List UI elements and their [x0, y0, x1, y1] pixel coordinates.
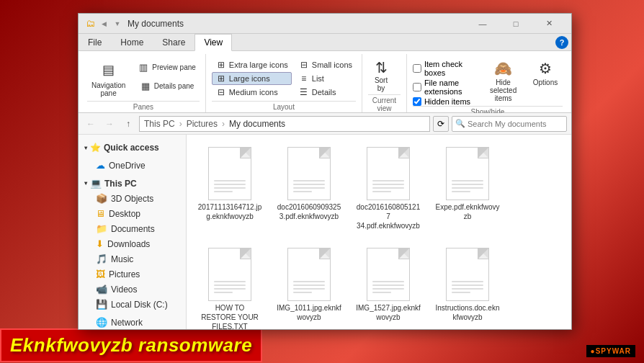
file-name-label: 20171113164712.jpg.eknkfwovyzb	[197, 202, 262, 221]
sidebar-item-documents[interactable]: 📁 Documents	[79, 221, 186, 236]
file-fold-icon	[478, 248, 488, 259]
tab-view[interactable]: View	[194, 34, 232, 51]
large-icons-option[interactable]: ⊞ Large icons	[212, 72, 292, 85]
sidebar-item-downloads[interactable]: ⬇ Downloads	[79, 236, 186, 251]
help-button[interactable]: ?	[555, 36, 568, 49]
file-name-extensions-option[interactable]: File name extensions	[413, 79, 475, 96]
back-button[interactable]: ←	[83, 116, 99, 132]
sidebar-item-videos[interactable]: 📹 Videos	[79, 282, 186, 297]
details-icon: ☰	[298, 87, 310, 97]
sidebar-item-music[interactable]: 🎵 Music	[79, 251, 186, 266]
navigation-pane-button[interactable]: ▤ Navigation pane	[87, 57, 130, 100]
details-option[interactable]: ☰ Details	[295, 86, 356, 99]
item-check-boxes-checkbox[interactable]	[413, 64, 421, 73]
maximize-button[interactable]: □	[499, 14, 532, 34]
file-line	[293, 284, 325, 286]
title-bar: 🗂 ◀ ▼ My documents — □ ✕	[79, 14, 571, 34]
file-item[interactable]: doc20161608051217 34.pdf.eknkfwovyzb	[352, 142, 424, 236]
music-label: Music	[111, 254, 133, 264]
file-item[interactable]: Instructions.doc.eknkfwovyzb	[431, 243, 504, 329]
file-item[interactable]: HOW TO RESTORE YOUR FILES.TXT	[194, 243, 266, 329]
search-input[interactable]	[468, 120, 563, 128]
minimize-button[interactable]: —	[466, 14, 499, 34]
details-pane-button[interactable]: ▦ Details pane	[133, 77, 200, 94]
file-line	[372, 184, 404, 185]
file-line	[214, 184, 246, 185]
file-line	[452, 180, 483, 182]
file-icon	[208, 248, 251, 301]
show-hide-options: Item check boxes File name extensions Hi…	[413, 57, 475, 106]
sidebar-item-pictures[interactable]: 🖼 Pictures	[79, 266, 186, 282]
file-icon	[208, 147, 251, 200]
small-icons-label: Small icons	[312, 60, 352, 69]
file-lines	[214, 180, 246, 192]
hidden-items-option[interactable]: Hidden items	[413, 97, 475, 106]
ribbon-tabs: File Home Share View ?	[79, 34, 571, 51]
file-item[interactable]: Expe.pdf.eknkfwovyzb	[431, 142, 504, 236]
close-button[interactable]: ✕	[532, 14, 565, 34]
this-pc-header[interactable]: ▾ 💻 This PC	[79, 176, 186, 191]
navigation-pane-icon: ▤	[99, 60, 119, 80]
tab-file[interactable]: File	[79, 34, 111, 50]
options-button[interactable]: ⚙ Options	[528, 57, 563, 89]
address-bar[interactable]: This PC › Pictures › My documents	[139, 116, 430, 132]
quick-access-header[interactable]: ▾ ⭐ Quick access	[79, 140, 186, 155]
breadcrumb-pictures[interactable]: Pictures	[187, 119, 218, 129]
file-line	[293, 180, 325, 182]
sidebar-item-onedrive[interactable]: ☁ OneDrive	[79, 158, 186, 173]
file-line	[452, 187, 483, 189]
file-line	[293, 187, 325, 189]
onedrive-icon: ☁	[96, 160, 105, 171]
network-section: 🌐 Network	[79, 313, 186, 329]
file-name-extensions-label: File name extensions	[424, 79, 475, 96]
small-icons-option[interactable]: ⊟ Small icons	[295, 58, 356, 71]
sidebar-item-desktop[interactable]: 🖥 Desktop	[79, 206, 186, 221]
preview-pane-label: Preview pane	[152, 63, 196, 71]
up-button[interactable]: ↑	[120, 116, 136, 132]
forward-button[interactable]: →	[102, 116, 117, 132]
item-check-boxes-option[interactable]: Item check boxes	[413, 60, 475, 77]
ribbon-group-layout: ⊞ Extra large icons ⊞ Large icons ⊟ Medi…	[206, 54, 362, 112]
file-lines	[293, 180, 325, 192]
quick-access-label: Quick access	[104, 143, 159, 153]
list-option[interactable]: ≡ List	[295, 72, 356, 85]
preview-pane-button[interactable]: ▥ Preview pane	[133, 58, 200, 76]
nav-icon-2: ▼	[112, 18, 123, 30]
sort-button[interactable]: ⇅ Sort by	[368, 57, 394, 94]
sidebar-item-local-disk[interactable]: 💾 Local Disk (C:)	[79, 297, 186, 312]
file-line	[214, 284, 246, 286]
3d-objects-icon: 📦	[96, 193, 107, 204]
file-lines	[452, 281, 483, 293]
hidden-items-checkbox[interactable]	[413, 97, 421, 106]
file-name-extensions-checkbox[interactable]	[413, 83, 421, 91]
file-area: 20171113164712.jpg.eknkfwovyzbdoc2016060…	[187, 135, 571, 329]
breadcrumb-this-pc[interactable]: This PC	[144, 119, 175, 129]
ribbon-group-panes: ▤ Navigation pane ▥ Preview pane ▦ Detai…	[81, 54, 206, 112]
file-name-label: doc20160609093253.pdf.eknkfwovyzb	[277, 202, 341, 221]
downloads-label: Downloads	[107, 239, 150, 249]
file-item[interactable]: doc20160609093253.pdf.eknkfwovyzb	[273, 142, 345, 236]
file-fold-icon	[478, 148, 488, 158]
file-item[interactable]: 20171113164712.jpg.eknkfwovyzb	[194, 142, 266, 236]
hide-selected-button[interactable]: 🙈 Hide selected items	[484, 57, 522, 105]
file-item[interactable]: IMG_1011.jpg.eknkfwovyzb	[273, 243, 345, 329]
sidebar-item-3d-objects[interactable]: 📦 3D Objects	[79, 191, 186, 206]
file-icon	[287, 248, 331, 301]
file-lines	[372, 281, 404, 293]
file-item[interactable]: IMG_1527.jpg.eknkfwovyzb	[352, 243, 424, 329]
sidebar-item-network[interactable]: 🌐 Network	[79, 315, 186, 329]
videos-label: Videos	[111, 284, 137, 295]
documents-label: Documents	[111, 224, 155, 234]
extra-large-icons-option[interactable]: ⊞ Extra large icons	[212, 58, 292, 71]
search-bar[interactable]: 🔍	[452, 116, 567, 132]
small-icons-icon: ⊟	[298, 60, 310, 70]
file-line	[372, 288, 404, 290]
breadcrumb-sep-1: ›	[179, 119, 182, 129]
medium-icons-option[interactable]: ⊟ Medium icons	[212, 86, 292, 99]
tab-home[interactable]: Home	[111, 34, 153, 50]
medium-icons-label: Medium icons	[229, 88, 278, 97]
onedrive-section: ☁ OneDrive	[79, 156, 186, 174]
refresh-button[interactable]: ⟳	[433, 116, 449, 132]
file-icon	[287, 147, 331, 200]
tab-share[interactable]: Share	[153, 34, 194, 50]
